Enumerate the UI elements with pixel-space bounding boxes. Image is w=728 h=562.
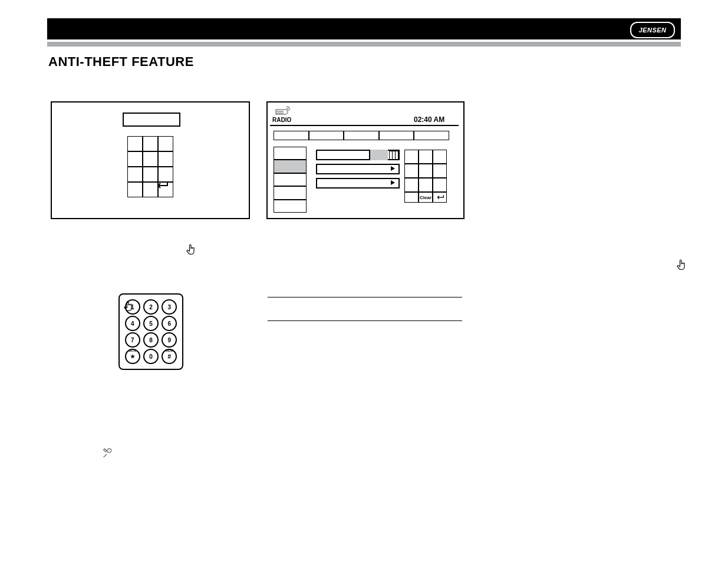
- figure-b-divider: [270, 125, 459, 126]
- key-5: 5: [143, 316, 159, 331]
- key-2: 2: [143, 299, 159, 315]
- key-9: 9RDM: [162, 332, 177, 348]
- figure-b-side-list: [274, 147, 307, 213]
- clock-time: 02:40 AM: [414, 115, 444, 124]
- key-3: 3: [162, 299, 177, 315]
- header-divider: [47, 42, 681, 47]
- key-8: 8: [143, 332, 159, 348]
- play-arrow-icon: [391, 180, 395, 185]
- figure-b-field-2: [316, 164, 400, 174]
- write-line-2: [268, 320, 462, 321]
- key-4: 4: [125, 316, 140, 331]
- radio-label: RADIO: [272, 117, 291, 123]
- figure-b-field-3: [316, 178, 400, 189]
- brand-logo: JENSEN: [630, 22, 675, 38]
- keypad-mini-icon: [389, 151, 398, 160]
- figure-b-tabs: [274, 131, 449, 140]
- play-arrow-icon: [391, 166, 395, 171]
- remote-keypad: 1 2 3 4 5 6 7SCN 8 9RDM 0 #: [118, 293, 183, 370]
- write-line-1: [268, 297, 462, 297]
- key-0: 0: [143, 349, 159, 364]
- key-7: 7SCN: [125, 332, 140, 348]
- radio-icon: [275, 105, 290, 115]
- keypad-enter-button: [433, 192, 447, 203]
- key-6: 6: [162, 316, 177, 331]
- figure-b-field-1-highlight: [369, 150, 388, 160]
- pointer-hand-icon: [185, 244, 197, 256]
- page-title: ANTI-THEFT FEATURE: [48, 54, 194, 70]
- enter-arrow-icon: [154, 180, 169, 191]
- pointer-hand-icon: [676, 259, 687, 271]
- keypad-clear-button: Clear: [419, 192, 433, 203]
- key-star: [125, 349, 140, 364]
- tools-icon: [101, 447, 114, 459]
- key-hash: #: [162, 349, 177, 364]
- figure-b-keypad: Clear: [404, 150, 447, 203]
- header-bar: [47, 18, 681, 39]
- pointer-hand-icon: [123, 300, 134, 312]
